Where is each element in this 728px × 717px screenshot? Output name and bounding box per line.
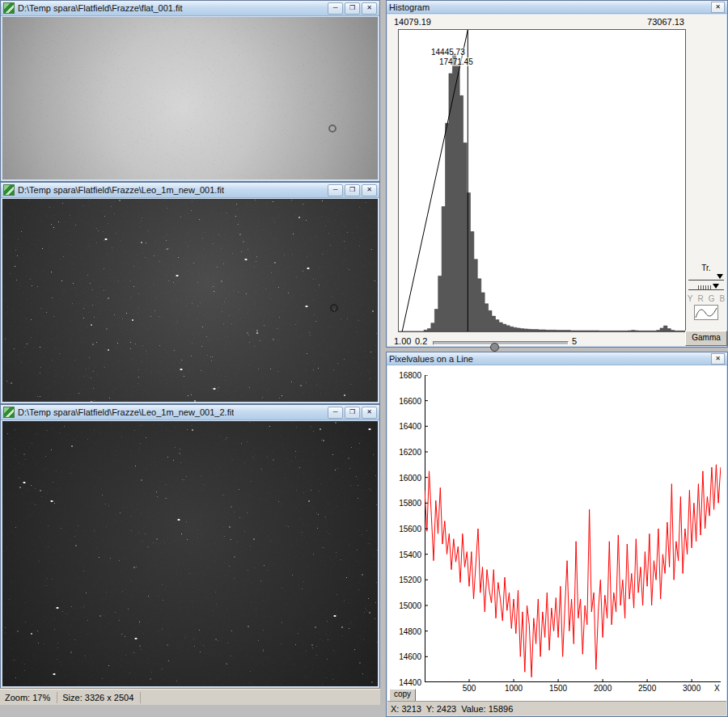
zoom-status: Zoom: 17% bbox=[0, 692, 57, 703]
x-tick-label: 2000 bbox=[590, 684, 615, 693]
starfield-image-view[interactable] bbox=[2, 199, 378, 402]
transfer-low-slider[interactable] bbox=[688, 283, 724, 292]
marker2-value: 17471.45 bbox=[439, 57, 473, 66]
y-tick-label: 15600 bbox=[387, 525, 421, 534]
minimize-button[interactable] bbox=[328, 2, 343, 15]
minimize-button[interactable] bbox=[328, 184, 343, 196]
y-tick-label: 16200 bbox=[387, 448, 421, 457]
starfield-image-view[interactable] bbox=[2, 421, 378, 686]
window-leo2-image: D:\Temp spara\Flatfield\Frazze\Leo_1m_ne… bbox=[0, 404, 380, 689]
y-tick-label: 16600 bbox=[387, 397, 421, 406]
starfield-canvas bbox=[2, 421, 378, 686]
copy-button[interactable]: copy bbox=[389, 689, 416, 701]
fits-app-icon bbox=[3, 2, 15, 14]
channel-y[interactable]: Y bbox=[688, 294, 693, 303]
restore-button[interactable] bbox=[345, 407, 360, 419]
flat-image-canvas bbox=[2, 17, 378, 179]
restore-button[interactable] bbox=[345, 184, 360, 196]
titlebar[interactable]: D:\Temp spara\Flatfield\Frazze\Leo_1m_ne… bbox=[1, 405, 379, 420]
transfer-controls: Tr. Y R G B bbox=[687, 264, 726, 320]
fits-app-icon bbox=[3, 407, 15, 418]
titlebar[interactable]: Histogram bbox=[387, 1, 727, 14]
y-tick-label: 15200 bbox=[387, 576, 421, 584]
histogram-body: 14079.19 73067.13 14445.73 17471.45 1.00… bbox=[387, 15, 726, 346]
gamma-button[interactable]: Gamma bbox=[685, 331, 727, 346]
titlebar[interactable]: D:\Temp spara\Flatfield\Frazze\flat_001.… bbox=[1, 1, 379, 16]
gamma-slider[interactable] bbox=[433, 341, 569, 345]
titlebar[interactable]: D:\Temp spara\Flatfield\Frazze\Leo_1m_ne… bbox=[1, 183, 379, 198]
y-tick-label: 14400 bbox=[387, 678, 421, 687]
window-leo1-image: D:\Temp spara\Flatfield\Frazze\Leo_1m_ne… bbox=[0, 182, 380, 404]
restore-button[interactable] bbox=[345, 2, 360, 15]
y-tick-label: 15800 bbox=[387, 499, 421, 508]
titlebar[interactable]: Pixelvalues on a Line bbox=[387, 352, 727, 365]
channel-b[interactable]: B bbox=[720, 294, 726, 303]
channel-r[interactable]: R bbox=[697, 294, 703, 303]
channel-g[interactable]: G bbox=[709, 294, 715, 303]
close-button[interactable] bbox=[711, 353, 725, 365]
tr-label: Tr. bbox=[687, 264, 726, 272]
y-tick-label: 14600 bbox=[387, 652, 421, 661]
x-tick-label: 2500 bbox=[635, 684, 659, 693]
flat-image-view[interactable] bbox=[2, 17, 378, 179]
pixelvalues-body: 1440014600148001500015200154001560015800… bbox=[387, 365, 726, 701]
close-button[interactable] bbox=[362, 2, 377, 15]
window-flat-image: D:\Temp spara\Flatfield\Frazze\flat_001.… bbox=[0, 0, 380, 182]
size-status: Size: 3326 x 2504 bbox=[57, 692, 141, 703]
gamma-curve-icon[interactable] bbox=[694, 305, 718, 320]
y-tick-label: 15000 bbox=[387, 601, 421, 610]
histogram-chart bbox=[399, 30, 685, 331]
x-tick-label: 1000 bbox=[502, 684, 526, 693]
gamma-slider-row: 1.00 0.2 5 bbox=[387, 335, 683, 348]
slider-track bbox=[688, 280, 724, 280]
window-title: Pixelvalues on a Line bbox=[389, 354, 473, 364]
gamma-max-label: 5 bbox=[572, 336, 577, 346]
pixel-value-series bbox=[425, 465, 721, 677]
channel-selector: Y R G B bbox=[687, 294, 726, 303]
close-button[interactable] bbox=[362, 407, 377, 419]
fitswork-app: D:\Temp spara\Flatfield\Frazze\flat_001.… bbox=[0, 0, 728, 717]
line-plot[interactable] bbox=[425, 375, 721, 682]
histogram-range-max: 73067.13 bbox=[574, 17, 684, 27]
pixel-status-bar: X: 3213 Y: 2423 Value: 15896 bbox=[387, 701, 726, 715]
histogram-window: Histogram 14079.19 73067.13 14445.73 174… bbox=[386, 0, 728, 348]
y-tick-label: 16400 bbox=[387, 422, 421, 431]
window-title: Histogram bbox=[389, 2, 430, 12]
y-tick-label: 16800 bbox=[387, 371, 421, 380]
slider-arrow-icon[interactable] bbox=[717, 274, 723, 279]
starfield-canvas bbox=[2, 199, 378, 402]
window-title: D:\Temp spara\Flatfield\Frazze\Leo_1m_ne… bbox=[18, 407, 234, 417]
main-status-bar: Zoom: 17% Size: 3326 x 2504 bbox=[0, 689, 380, 705]
x-tick-label: 3000 bbox=[679, 684, 704, 693]
y-tick-label: 15400 bbox=[387, 550, 421, 559]
gamma-slider-thumb[interactable] bbox=[490, 343, 499, 352]
slider-arrow-icon[interactable] bbox=[713, 284, 719, 289]
marker1-value: 14445.73 bbox=[431, 48, 465, 57]
fits-app-icon bbox=[3, 184, 15, 196]
pixelvalues-window: Pixelvalues on a Line 144001460014800150… bbox=[386, 352, 728, 717]
x-tick-label: 1500 bbox=[546, 684, 570, 693]
window-title: D:\Temp spara\Flatfield\Frazze\Leo_1m_ne… bbox=[18, 185, 224, 195]
line-chart bbox=[425, 375, 721, 682]
close-button[interactable] bbox=[711, 2, 725, 13]
close-button[interactable] bbox=[362, 184, 377, 196]
histogram-plot[interactable]: 14445.73 17471.45 bbox=[398, 29, 686, 332]
minimize-button[interactable] bbox=[328, 407, 343, 419]
window-title: D:\Temp spara\Flatfield\Frazze\flat_001.… bbox=[18, 3, 183, 13]
gamma-min-label: 0.2 bbox=[415, 336, 427, 346]
y-tick-label: 14800 bbox=[387, 627, 421, 636]
histogram-range-min: 14079.19 bbox=[394, 17, 431, 27]
y-tick-label: 16000 bbox=[387, 474, 421, 483]
x-tick-label: 500 bbox=[457, 684, 481, 693]
transfer-high-slider[interactable] bbox=[688, 273, 724, 282]
x-axis-title: X bbox=[714, 684, 720, 693]
gamma-value: 1.00 bbox=[394, 336, 411, 346]
slider-ticks-icon bbox=[698, 285, 713, 290]
